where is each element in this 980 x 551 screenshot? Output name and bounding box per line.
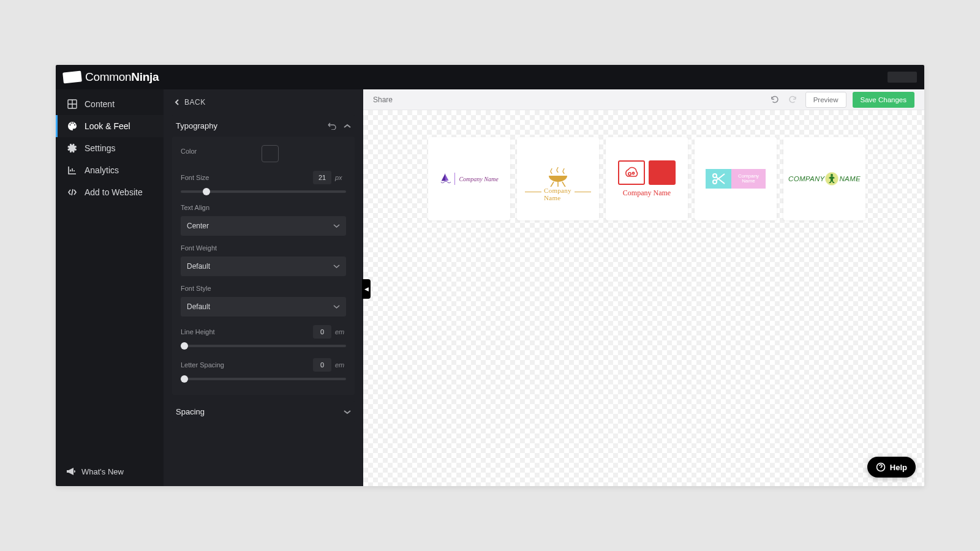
brand-logo[interactable]: CommonNinja — [63, 70, 159, 84]
panel-collapse-handle[interactable]: ◀ — [362, 279, 371, 299]
nav-item-label: Content — [85, 99, 115, 109]
chevron-down-icon — [333, 264, 340, 269]
font-size-slider[interactable] — [181, 190, 346, 193]
unit-label: em — [335, 361, 346, 369]
app-body: Content Look & Feel Settings — [56, 89, 924, 486]
prop-label: Color — [181, 148, 197, 155]
prop-font-size: Font Size px — [181, 171, 346, 195]
color-swatch[interactable] — [262, 145, 279, 162]
brand-badge-icon — [62, 70, 82, 83]
app-header: CommonNinja — [56, 65, 924, 89]
nav-footer-label: What's New — [81, 467, 124, 476]
save-changes-button[interactable]: Save Changes — [853, 92, 914, 108]
letter-spacing-slider[interactable] — [181, 378, 346, 380]
letter-spacing-input[interactable] — [313, 358, 331, 372]
select-value: Default — [187, 262, 210, 271]
font-style-select[interactable]: Default — [181, 297, 346, 317]
palette-icon — [67, 121, 77, 131]
properties-panel: BACK Typography Colo — [164, 89, 363, 486]
gear-icon — [67, 143, 77, 153]
logo-card[interactable]: Company Name — [517, 137, 599, 220]
logo-card[interactable]: Company Name — [695, 137, 777, 220]
logo-text-a: COMPANY — [788, 175, 824, 182]
logo-text: Company Name — [541, 187, 575, 201]
section-head-typography[interactable]: Typography — [172, 115, 355, 137]
select-value: Center — [187, 222, 209, 230]
canvas-area: Share Preview Save Changes — [363, 89, 924, 486]
nav-item-content[interactable]: Content — [56, 93, 164, 115]
code-icon — [67, 187, 77, 197]
logo-text: Company Name — [459, 176, 498, 182]
prop-font-weight: Font Weight Default — [181, 244, 346, 276]
sidebar-nav: Content Look & Feel Settings — [56, 89, 164, 486]
section-body-typography: Color Font Size px — [172, 137, 355, 395]
logo-preview-5: COMPANY NAME — [788, 171, 861, 186]
canvas[interactable]: Company Name Company Name — [363, 110, 924, 486]
chart-icon — [67, 165, 77, 175]
megaphone-icon — [66, 467, 75, 476]
header-right-placeholder — [888, 72, 917, 83]
chevron-up-icon[interactable] — [344, 124, 351, 129]
help-label: Help — [890, 463, 907, 472]
back-label: BACK — [184, 98, 206, 107]
logo-card[interactable]: Company Name — [428, 137, 510, 220]
nav-item-analytics[interactable]: Analytics — [56, 159, 164, 181]
scissors-icon — [706, 169, 731, 189]
section-title: Spacing — [176, 407, 205, 416]
logo-preview-4: Company Name — [706, 169, 766, 189]
section-typography: Typography Color — [172, 115, 355, 395]
share-button[interactable]: Share — [373, 96, 393, 104]
chevron-down-icon — [333, 305, 340, 309]
nav-item-settings[interactable]: Settings — [56, 137, 164, 159]
nav-footer-whats-new[interactable]: What's New — [56, 459, 164, 486]
chevron-down-icon — [344, 410, 351, 414]
unit-label: px — [335, 174, 346, 181]
yoga-icon — [825, 171, 839, 186]
nav-item-add-to-website[interactable]: Add to Website — [56, 181, 164, 203]
logo-preview-3: Company Name — [618, 160, 676, 198]
logo-text: Company Name — [731, 169, 766, 189]
nav-item-label: Settings — [85, 143, 116, 153]
section-spacing: Spacing — [172, 401, 355, 422]
prop-letter-spacing: Letter Spacing em — [181, 358, 346, 383]
nav-item-label: Look & Feel — [85, 121, 130, 131]
logo-card[interactable]: Company Name — [606, 137, 688, 220]
cloud-gear-icon — [618, 160, 645, 185]
preview-button[interactable]: Preview — [805, 92, 846, 108]
section-title: Typography — [176, 121, 217, 130]
prop-color: Color — [181, 145, 346, 162]
triangle-left-icon: ◀ — [364, 286, 369, 292]
text-align-select[interactable]: Center — [181, 216, 346, 236]
svg-point-1 — [628, 172, 631, 174]
help-button[interactable]: Help — [867, 457, 916, 478]
nav-item-look-and-feel[interactable]: Look & Feel — [56, 115, 164, 137]
line-height-slider[interactable] — [181, 345, 346, 347]
prop-line-height: Line Height em — [181, 325, 346, 350]
select-value: Default — [187, 302, 210, 311]
logo-text: Company Name — [623, 189, 671, 198]
help-icon — [876, 462, 886, 472]
logo-preview-2: Company Name — [525, 166, 591, 192]
nav-item-label: Analytics — [85, 165, 119, 175]
font-size-input[interactable] — [313, 171, 331, 184]
prop-label: Text Align — [181, 204, 346, 211]
undo-button[interactable] — [769, 94, 781, 106]
back-button[interactable]: BACK — [172, 89, 355, 115]
grill-icon — [543, 166, 573, 189]
chevron-left-icon — [175, 99, 179, 105]
nav-item-label: Add to Website — [85, 187, 143, 197]
logo-text-b: NAME — [839, 175, 860, 182]
logo-grid: Company Name Company Name — [428, 137, 873, 220]
line-height-input[interactable] — [313, 325, 331, 339]
section-head-spacing[interactable]: Spacing — [172, 401, 355, 422]
grid-icon — [67, 99, 77, 109]
nav-items: Content Look & Feel Settings — [56, 89, 164, 459]
reset-icon[interactable] — [328, 122, 336, 130]
redo-button[interactable] — [787, 94, 799, 106]
prop-label: Line Height — [181, 328, 215, 335]
svg-point-5 — [831, 174, 833, 176]
unit-label: em — [335, 328, 346, 335]
prop-text-align: Text Align Center — [181, 204, 346, 236]
logo-card[interactable]: COMPANY NAME — [783, 137, 865, 220]
font-weight-select[interactable]: Default — [181, 257, 346, 276]
